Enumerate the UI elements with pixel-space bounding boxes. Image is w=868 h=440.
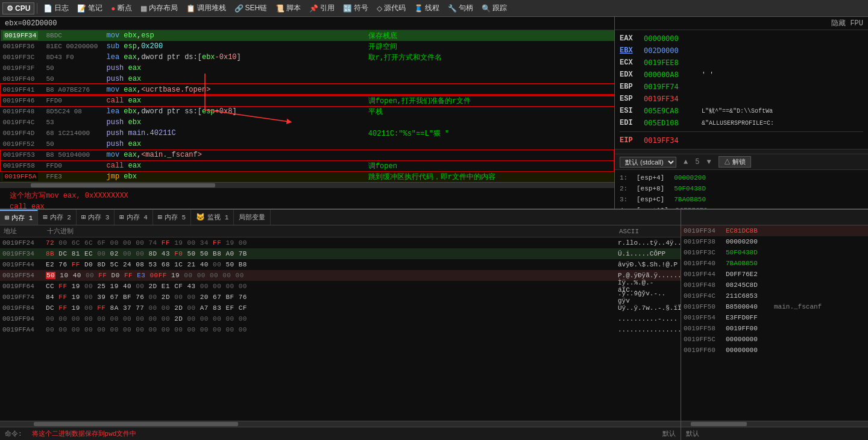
tab-memory-5[interactable]: ⊞ 内存 5	[153, 210, 191, 225]
table-row[interactable]: 0019FF34 8BDC mov ebx,esp 保存栈底	[1, 30, 614, 41]
comment-cell	[366, 74, 614, 84]
hide-fpu-button[interactable]: 隐藏 FPU	[831, 18, 863, 28]
table-row[interactable]: 0019FF41 B8 A07BE276 mov eax,<ucrtbase.f…	[1, 84, 614, 95]
bytes-cell: 8BDC	[44, 30, 104, 41]
unlock-button[interactable]: △ 解锁	[719, 156, 751, 168]
sv-val: EC81DC8B	[726, 227, 774, 234]
table-row[interactable]: 0019FF4C 53 push ebx	[1, 117, 614, 128]
memory-tab-icon-5: ⊞	[158, 213, 162, 222]
tab-memory-1[interactable]: ⊞ 内存 1	[0, 210, 38, 225]
reg-val-ecx[interactable]: 0019FEE8	[644, 58, 698, 67]
sv-row[interactable]: 0019FF3C 50F0438D	[681, 247, 868, 258]
trace-button[interactable]: 🔍 跟踪	[478, 2, 511, 14]
sv-row[interactable]: 0019FF58 0019FF00	[681, 323, 868, 334]
memory-row[interactable]: 0019FF84 DC FF 19 00 FF 8A 37 77 00 00 2…	[0, 303, 681, 313]
sv-row[interactable]: 0019FF54 E3FFD0FF	[681, 312, 868, 323]
sv-row[interactable]: 0019FF38 00000200	[681, 236, 868, 247]
tab-memory-2[interactable]: ⊞ 内存 2	[38, 210, 76, 225]
table-row[interactable]: 0019FF52 50 push eax	[1, 139, 614, 149]
table-row[interactable]: 0019FF3C 8D43 F0 lea eax,dword ptr ds:[e…	[1, 52, 614, 63]
sv-val: 50F0438D	[726, 249, 774, 256]
table-row[interactable]: 0019FF3F 50 push eax	[1, 63, 614, 74]
disasm-hscrollbar[interactable]	[0, 182, 614, 188]
notes-button[interactable]: 📝 笔记	[74, 2, 106, 14]
handle-button[interactable]: 🔧 句柄	[444, 2, 477, 14]
sv-row[interactable]: 0019FF4C 211C6853	[681, 291, 868, 301]
convention-select[interactable]: 默认 (stdcall) cdecl fastcall	[620, 157, 676, 168]
symbol-button[interactable]: 🔣 符号	[339, 2, 372, 14]
mem-row-addr: 0019FF24	[2, 239, 46, 247]
stack-row-1: 1: [esp+4] 00000200	[620, 172, 863, 183]
memory-row[interactable]: 0019FF24 72 00 6C 6C 6F 00 00 00 74 FF 1…	[0, 237, 681, 248]
sv-row[interactable]: 0019FF50 B8500040 main._fscanf	[681, 301, 868, 312]
comment-cell: 取r,打开方式和文件名	[366, 52, 614, 63]
memory-hscrollbar[interactable]	[0, 421, 681, 427]
cmd-label: 命令:	[5, 429, 22, 438]
table-row[interactable]: 0019FF40 50 push eax	[1, 74, 614, 84]
stack-key-2: [esp+8]	[637, 185, 664, 192]
sv-addr: 0019FF4C	[684, 292, 726, 300]
bytes-cell: B8 50104000	[44, 149, 104, 160]
script-label: 脚本	[286, 3, 301, 13]
sv-row[interactable]: 0019FF44 D0FF76E2	[681, 269, 868, 280]
notes-icon: 📝	[77, 4, 86, 13]
reg-val-esi[interactable]: 005E9CA8	[644, 107, 698, 115]
thread-button[interactable]: 🧵 线程	[410, 2, 443, 14]
memory-map-button[interactable]: ▦ 内存布局	[137, 2, 181, 14]
tab-watch-1[interactable]: 🐱 监视 1	[191, 210, 234, 225]
memory-row[interactable]: 0019FF54 50 10 40 00 FF D0 FF E3 00FF 19…	[0, 270, 681, 281]
breakpoint-button[interactable]: ● 断点	[107, 2, 135, 14]
stack-hscrollbar[interactable]	[681, 421, 868, 427]
reg-val-ebp[interactable]: 0019FF74	[644, 83, 698, 91]
seh-button[interactable]: 🔗 SEH链	[231, 2, 271, 14]
tab-memory-3[interactable]: ⊞ 内存 3	[77, 210, 115, 225]
sv-row[interactable]: 0019FF40 7BA0B850	[681, 258, 868, 269]
reg-hscroll[interactable]	[615, 149, 868, 154]
memory-hscroll-thumb[interactable]	[34, 422, 238, 426]
log-button[interactable]: 📄 日志	[40, 2, 72, 14]
table-row[interactable]: 0019FF46 FFD0 call eax 调fopen,打开我们准备的r文件	[1, 95, 614, 106]
memory-row[interactable]: 0019FF94 00 00 00 00 00 00 00 00 00 00 2…	[0, 313, 681, 324]
addr-cell: 0019FF46	[1, 95, 44, 106]
memory-row[interactable]: 0019FF34 8B DC 81 EC 00 02 00 00 8D 43 F…	[0, 248, 681, 259]
bytes-cell: 50	[44, 139, 104, 149]
reg-val-ebx[interactable]: 002D0000	[644, 46, 698, 55]
seh-icon: 🔗	[234, 4, 244, 13]
source-icon: ◇	[377, 4, 382, 13]
cpu-button[interactable]: ⚙ CPU	[2, 2, 34, 14]
script-button[interactable]: 📜 脚本	[272, 2, 304, 14]
reg-name-eip: EIP	[620, 136, 644, 145]
table-row[interactable]: 0019FF4D 68 1C214000 push main.40211C 40…	[1, 128, 614, 139]
reg-val-eip[interactable]: 0019FF34	[644, 136, 698, 145]
disasm-table: 0019FF34 8BDC mov ebx,esp 保存栈底 0019FF36 …	[0, 30, 614, 182]
table-row[interactable]: 0019FF5A FFE3 jmp ebx 跳到缓冲区执行代码，即r文件中的内容	[1, 171, 614, 182]
table-row[interactable]: 0019FF48 8D5C24 08 lea ebx,dword ptr ss:…	[1, 106, 614, 117]
reg-name-ebx[interactable]: EBX	[620, 46, 644, 55]
callstack-button[interactable]: 📋 调用堆栈	[183, 2, 230, 14]
reg-val-edx[interactable]: 000000A8	[644, 71, 698, 79]
memory-row[interactable]: 0019FF44 E2 76 FF D0 8D 5C 24 08 53 68 1…	[0, 259, 681, 270]
mem-header-hex: 十六进制	[46, 227, 618, 236]
reg-val-edi[interactable]: 005ED108	[644, 119, 698, 127]
reg-val-esp[interactable]: 0019FF34	[644, 95, 698, 103]
table-row[interactable]: 0019FF53 B8 50104000 mov eax,<main._fsca…	[1, 149, 614, 160]
tab-locals[interactable]: 局部变量	[234, 210, 271, 225]
memory-tab-icon-2: ⊞	[43, 213, 47, 222]
tab-memory-4[interactable]: ⊞ 内存 4	[115, 210, 153, 225]
sv-row[interactable]: 0019FF60 00000000	[681, 345, 868, 356]
memory-row[interactable]: 0019FF74 84 FF 19 00 39 67 BF 76 00 2D 0…	[0, 292, 681, 303]
seh-label: SEH链	[245, 3, 268, 13]
table-row[interactable]: 0019FF58 FFD0 call eax 调fopen	[1, 160, 614, 171]
reg-val-eax[interactable]: 00000000	[644, 34, 698, 43]
disasm-hscroll-thumb[interactable]	[31, 183, 215, 187]
stack-hscroll-thumb[interactable]	[691, 422, 747, 426]
memory-row[interactable]: 0019FF64 CC FF 19 00 25 19 40 00 2D E1 C…	[0, 281, 681, 292]
ref-button[interactable]: 📌 引用	[306, 2, 338, 14]
memory-row[interactable]: 0019FFA4 00 00 00 00 00 00 00 00 00 00 0…	[0, 324, 681, 335]
source-button[interactable]: ◇ 源代码	[373, 2, 409, 14]
mem-row-ascii: P.@.ÿÐÿã.ÿ......	[618, 272, 678, 279]
sv-row[interactable]: 0019FF48 08245C8D	[681, 280, 868, 291]
sv-row[interactable]: 0019FF34 EC81DC8B	[681, 225, 868, 236]
sv-row[interactable]: 0019FF5C 00000000	[681, 334, 868, 345]
table-row[interactable]: 0019FF36 81EC 00200000 sub esp,0x200 开辟空…	[1, 41, 614, 52]
